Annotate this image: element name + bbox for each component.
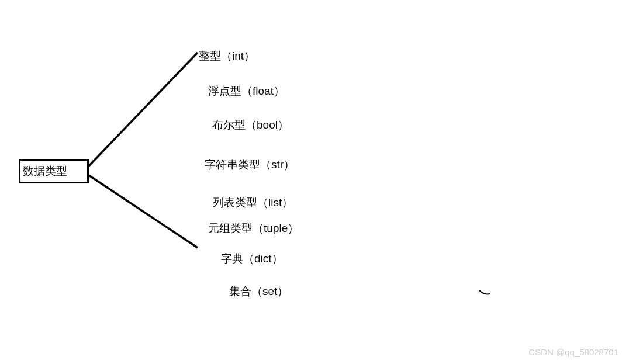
svg-line-1 [89, 175, 198, 248]
type-set: 集合（set） [229, 284, 288, 299]
root-node: 数据类型 [19, 159, 89, 183]
type-str: 字符串类型（str） [205, 157, 295, 172]
type-dict: 字典（dict） [221, 251, 283, 266]
type-int: 整型（int） [199, 48, 255, 64]
watermark: CSDN @qq_58028701 [528, 347, 618, 357]
type-list: 列表类型（list） [213, 195, 293, 210]
type-bool: 布尔型（bool） [212, 117, 289, 133]
root-label: 数据类型 [23, 164, 67, 179]
svg-line-0 [89, 53, 198, 166]
branch-lines [0, 0, 629, 364]
type-tuple: 元组类型（tuple） [208, 221, 299, 236]
type-float: 浮点型（float） [208, 84, 285, 99]
